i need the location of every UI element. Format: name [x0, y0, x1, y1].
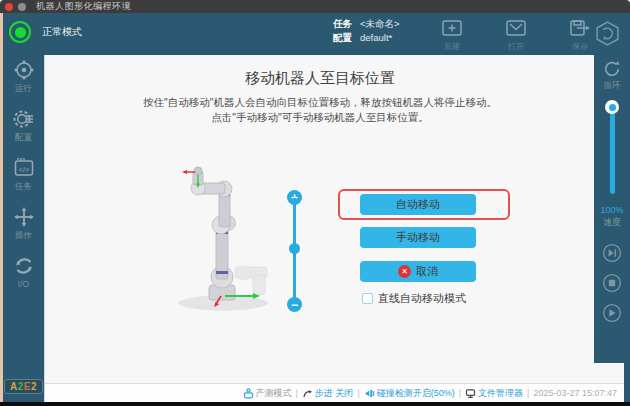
cancel-button-label: 取消 [416, 264, 438, 279]
sidebar-item-config-label: 配置 [15, 132, 32, 144]
task-label: 任务 [333, 17, 352, 31]
sidebar-item-task[interactable]: </> 任务 [13, 157, 35, 193]
sidebar-item-io[interactable]: I/O [13, 255, 35, 289]
cancel-x-icon: ✕ [398, 265, 411, 278]
titlebar: 机器人图形化编程环境 [0, 0, 630, 13]
svg-text:</>: </> [18, 165, 29, 174]
production-mode-status: 产测模式 [243, 387, 292, 400]
app-window: 机器人图形化编程环境 正常模式 任务 <未命名> 配置 default* 新建 [0, 0, 630, 406]
status-timestamp: 2025-03-27 15:07:47 [533, 388, 617, 398]
manual-move-button[interactable]: 手动移动 [360, 227, 476, 248]
status-divider: | [527, 388, 529, 398]
robot-arm-image [171, 163, 291, 325]
main-panel: 移动机器人至目标位置 按住"自动移动"机器人会自动向目标位置移动，释放按钮机器人… [44, 55, 624, 402]
minimize-window-button[interactable] [18, 3, 26, 11]
open-file-icon [504, 16, 528, 40]
step-mode-status[interactable]: 步进 关闭 [302, 387, 354, 400]
file-manager-link[interactable]: 文件管理器 [465, 387, 523, 400]
step-mode-label: 步进 关闭 [315, 387, 354, 400]
status-divider: | [459, 388, 461, 398]
collision-detection-label: 碰撞检测开启(50%) [377, 387, 455, 400]
brand-logo-icon [594, 20, 621, 51]
io-swap-icon [13, 255, 35, 277]
save-task-label: 保存 [572, 41, 588, 52]
loop-label: 循环 [604, 80, 621, 92]
status-led-icon [9, 21, 31, 43]
stop-icon [602, 273, 622, 293]
instructions: 按住"自动移动"机器人会自动向目标位置移动，释放按钮机器人将停止移动。 点击"手… [45, 95, 595, 125]
auto-move-button[interactable]: 自动移动 [360, 194, 476, 215]
status-bar: 产测模式 | 步进 关闭 | 碰撞检测开启(50%) | [45, 383, 624, 402]
status-divider: | [357, 388, 359, 398]
badge-char: 2 [31, 381, 37, 392]
file-manager-icon [465, 388, 476, 399]
badge-char: A [10, 381, 18, 392]
speed-label: 速度 [603, 216, 621, 229]
new-task-label: 新建 [444, 41, 460, 52]
badge-char: E [24, 381, 31, 392]
cancel-button[interactable]: ✕ 取消 [360, 261, 476, 282]
slider-decrease-button[interactable]: − [287, 297, 302, 312]
new-task-button[interactable]: 新建 [432, 16, 472, 52]
instruction-line-1: 按住"自动移动"机器人会自动向目标位置移动，释放按钮机器人将停止移动。 [45, 95, 595, 110]
loop-icon [602, 59, 622, 79]
production-mode-label: 产测模式 [256, 387, 292, 400]
instruction-line-2: 点击"手动移动"可手动移动机器人至目标位置。 [45, 110, 595, 125]
sidebar-item-run[interactable]: 运行 [13, 59, 35, 95]
line-mode-checkbox[interactable] [362, 293, 373, 304]
new-file-icon [440, 16, 464, 40]
open-task-button[interactable]: 打开 [496, 16, 536, 52]
config-label: 配置 [333, 31, 352, 45]
sidebar-item-task-label: 任务 [15, 181, 32, 193]
move-slider-handle[interactable] [289, 243, 300, 254]
sidebar-item-run-label: 运行 [15, 83, 32, 95]
file-actions: 新建 打开 保存 [432, 16, 600, 52]
sidebar-item-operate-label: 操作 [15, 230, 32, 242]
status-badge: A2E2 [4, 379, 43, 394]
top-toolbar: 正常模式 任务 <未命名> 配置 default* 新建 [0, 13, 630, 55]
speed-slider-handle[interactable] [605, 100, 619, 114]
window-frame-edge [0, 13, 3, 406]
close-window-button[interactable] [5, 3, 13, 11]
status-divider: | [296, 388, 298, 398]
task-value: <未命名> [360, 17, 400, 31]
step-forward-button[interactable] [602, 243, 622, 263]
sidebar-item-io-label: I/O [18, 279, 29, 289]
task-config-info: 任务 <未命名> 配置 default* [333, 17, 400, 45]
loop-toggle[interactable]: 循环 [602, 59, 622, 92]
code-window-icon: </> [13, 157, 35, 179]
left-sidebar: 运行 配置 </> 任务 [3, 55, 44, 402]
collision-detection-status[interactable]: 碰撞检测开启(50%) [364, 387, 455, 400]
step-icon [302, 388, 313, 399]
open-task-label: 打开 [508, 41, 524, 52]
mode-indicator: 正常模式 [9, 21, 82, 43]
save-file-icon [568, 16, 592, 40]
collision-icon [364, 388, 375, 399]
right-sidebar: 循环 100% 速度 [594, 55, 630, 363]
transport-controls [602, 243, 622, 323]
play-icon [602, 303, 622, 323]
mode-label: 正常模式 [42, 25, 82, 39]
step-forward-icon [602, 243, 622, 263]
sidebar-item-operate[interactable]: 操作 [13, 206, 35, 242]
speed-slider[interactable] [605, 100, 619, 200]
window-frame-bottom [0, 402, 630, 406]
run-icon [13, 59, 35, 81]
stop-button[interactable] [602, 273, 622, 293]
play-button[interactable] [602, 303, 622, 323]
production-mode-icon [243, 388, 254, 399]
window-title: 机器人图形化编程环境 [36, 0, 131, 13]
line-mode-label: 直线自动移动模式 [378, 291, 466, 306]
speed-slider-track[interactable] [610, 106, 615, 194]
speed-value: 100% [600, 205, 623, 215]
gear-icon [13, 108, 35, 130]
line-mode-option: 直线自动移动模式 [362, 291, 466, 306]
sidebar-item-config[interactable]: 配置 [13, 108, 35, 144]
page-title: 移动机器人至目标位置 [45, 69, 595, 88]
file-manager-label: 文件管理器 [478, 387, 523, 400]
config-value: default* [360, 31, 392, 45]
window-frame-corner [624, 363, 630, 402]
move-arrows-icon [13, 206, 35, 228]
